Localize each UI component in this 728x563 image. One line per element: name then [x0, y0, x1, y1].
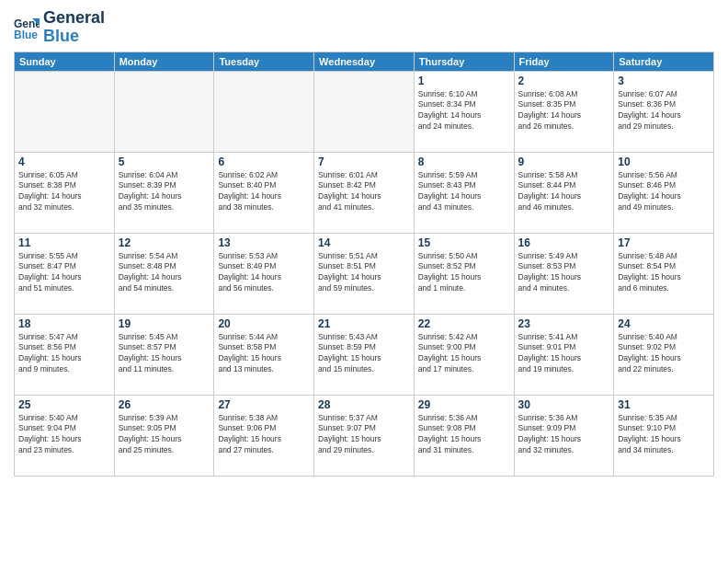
day-cell-24: 24Sunrise: 5:40 AM Sunset: 9:02 PM Dayli…	[614, 314, 714, 395]
logo-text-general: General	[43, 9, 105, 28]
day-info: Sunrise: 5:47 AM Sunset: 8:56 PM Dayligh…	[18, 332, 110, 376]
weekday-header-wednesday: Wednesday	[314, 52, 415, 71]
day-cell-21: 21Sunrise: 5:43 AM Sunset: 8:59 PM Dayli…	[314, 314, 415, 395]
day-info: Sunrise: 5:59 AM Sunset: 8:43 PM Dayligh…	[418, 170, 510, 214]
day-number: 10	[618, 155, 710, 168]
day-number: 30	[518, 398, 610, 411]
day-number: 6	[218, 155, 310, 168]
day-number: 4	[18, 155, 110, 168]
day-cell-1: 1Sunrise: 6:10 AM Sunset: 8:34 PM Daylig…	[414, 71, 514, 152]
day-info: Sunrise: 5:45 AM Sunset: 8:57 PM Dayligh…	[119, 332, 210, 376]
weekday-header-row: SundayMondayTuesdayWednesdayThursdayFrid…	[15, 52, 714, 71]
day-number: 19	[119, 317, 210, 330]
day-cell-15: 15Sunrise: 5:50 AM Sunset: 8:52 PM Dayli…	[414, 233, 514, 314]
day-info: Sunrise: 6:07 AM Sunset: 8:36 PM Dayligh…	[618, 89, 710, 133]
day-number: 2	[518, 75, 610, 87]
day-info: Sunrise: 5:53 AM Sunset: 8:49 PM Dayligh…	[218, 251, 310, 295]
day-cell-31: 31Sunrise: 5:35 AM Sunset: 9:10 PM Dayli…	[614, 395, 714, 476]
day-number: 15	[418, 236, 510, 249]
empty-cell	[114, 71, 214, 152]
week-row-4: 18Sunrise: 5:47 AM Sunset: 8:56 PM Dayli…	[15, 314, 714, 395]
logo: General Blue General Blue	[14, 9, 105, 46]
day-info: Sunrise: 5:40 AM Sunset: 9:02 PM Dayligh…	[618, 332, 710, 376]
week-row-5: 25Sunrise: 5:40 AM Sunset: 9:04 PM Dayli…	[15, 395, 714, 476]
day-info: Sunrise: 5:55 AM Sunset: 8:47 PM Dayligh…	[18, 251, 110, 295]
day-number: 14	[318, 236, 410, 249]
weekday-header-monday: Monday	[114, 52, 214, 71]
day-info: Sunrise: 5:44 AM Sunset: 8:58 PM Dayligh…	[218, 332, 310, 376]
day-number: 13	[218, 236, 310, 249]
day-info: Sunrise: 6:01 AM Sunset: 8:42 PM Dayligh…	[318, 170, 410, 214]
day-info: Sunrise: 5:49 AM Sunset: 8:53 PM Dayligh…	[518, 251, 610, 295]
day-cell-11: 11Sunrise: 5:55 AM Sunset: 8:47 PM Dayli…	[15, 233, 115, 314]
day-info: Sunrise: 6:05 AM Sunset: 8:38 PM Dayligh…	[18, 170, 110, 214]
day-info: Sunrise: 5:42 AM Sunset: 9:00 PM Dayligh…	[418, 332, 510, 376]
header: General Blue General Blue	[14, 9, 714, 46]
day-cell-28: 28Sunrise: 5:37 AM Sunset: 9:07 PM Dayli…	[314, 395, 415, 476]
day-number: 3	[618, 75, 710, 87]
day-number: 31	[618, 398, 710, 411]
day-number: 1	[418, 75, 510, 87]
day-cell-22: 22Sunrise: 5:42 AM Sunset: 9:00 PM Dayli…	[414, 314, 514, 395]
day-number: 26	[119, 398, 210, 411]
day-number: 22	[418, 317, 510, 330]
day-cell-30: 30Sunrise: 5:36 AM Sunset: 9:09 PM Dayli…	[514, 395, 614, 476]
day-cell-4: 4Sunrise: 6:05 AM Sunset: 8:38 PM Daylig…	[15, 152, 115, 233]
day-cell-7: 7Sunrise: 6:01 AM Sunset: 8:42 PM Daylig…	[314, 152, 415, 233]
day-info: Sunrise: 6:08 AM Sunset: 8:35 PM Dayligh…	[518, 89, 610, 133]
day-number: 12	[119, 236, 210, 249]
day-info: Sunrise: 5:37 AM Sunset: 9:07 PM Dayligh…	[318, 413, 410, 457]
day-info: Sunrise: 5:54 AM Sunset: 8:48 PM Dayligh…	[119, 251, 210, 295]
day-info: Sunrise: 5:41 AM Sunset: 9:01 PM Dayligh…	[518, 332, 610, 376]
day-cell-20: 20Sunrise: 5:44 AM Sunset: 8:58 PM Dayli…	[214, 314, 314, 395]
day-info: Sunrise: 5:58 AM Sunset: 8:44 PM Dayligh…	[518, 170, 610, 214]
logo-text-blue: Blue	[43, 28, 105, 46]
day-cell-17: 17Sunrise: 5:48 AM Sunset: 8:54 PM Dayli…	[614, 233, 714, 314]
empty-cell	[314, 71, 415, 152]
day-cell-5: 5Sunrise: 6:04 AM Sunset: 8:39 PM Daylig…	[114, 152, 214, 233]
day-info: Sunrise: 6:04 AM Sunset: 8:39 PM Dayligh…	[119, 170, 210, 214]
day-number: 24	[618, 317, 710, 330]
empty-cell	[214, 71, 314, 152]
week-row-2: 4Sunrise: 6:05 AM Sunset: 8:38 PM Daylig…	[15, 152, 714, 233]
logo-icon: General Blue	[14, 15, 40, 40]
day-number: 9	[518, 155, 610, 168]
day-cell-26: 26Sunrise: 5:39 AM Sunset: 9:05 PM Dayli…	[114, 395, 214, 476]
weekday-header-saturday: Saturday	[614, 52, 714, 71]
day-cell-23: 23Sunrise: 5:41 AM Sunset: 9:01 PM Dayli…	[514, 314, 614, 395]
day-info: Sunrise: 5:40 AM Sunset: 9:04 PM Dayligh…	[18, 413, 110, 457]
day-info: Sunrise: 5:43 AM Sunset: 8:59 PM Dayligh…	[318, 332, 410, 376]
day-info: Sunrise: 5:36 AM Sunset: 9:09 PM Dayligh…	[518, 413, 610, 457]
week-row-3: 11Sunrise: 5:55 AM Sunset: 8:47 PM Dayli…	[15, 233, 714, 314]
day-number: 21	[318, 317, 410, 330]
day-cell-29: 29Sunrise: 5:36 AM Sunset: 9:08 PM Dayli…	[414, 395, 514, 476]
svg-text:Blue: Blue	[14, 29, 38, 40]
day-info: Sunrise: 5:56 AM Sunset: 8:46 PM Dayligh…	[618, 170, 710, 214]
day-cell-13: 13Sunrise: 5:53 AM Sunset: 8:49 PM Dayli…	[214, 233, 314, 314]
day-info: Sunrise: 5:39 AM Sunset: 9:05 PM Dayligh…	[119, 413, 210, 457]
day-info: Sunrise: 5:50 AM Sunset: 8:52 PM Dayligh…	[418, 251, 510, 295]
day-cell-6: 6Sunrise: 6:02 AM Sunset: 8:40 PM Daylig…	[214, 152, 314, 233]
day-info: Sunrise: 5:36 AM Sunset: 9:08 PM Dayligh…	[418, 413, 510, 457]
day-cell-2: 2Sunrise: 6:08 AM Sunset: 8:35 PM Daylig…	[514, 71, 614, 152]
day-info: Sunrise: 6:02 AM Sunset: 8:40 PM Dayligh…	[218, 170, 310, 214]
day-cell-12: 12Sunrise: 5:54 AM Sunset: 8:48 PM Dayli…	[114, 233, 214, 314]
day-info: Sunrise: 6:10 AM Sunset: 8:34 PM Dayligh…	[418, 89, 510, 133]
day-number: 7	[318, 155, 410, 168]
weekday-header-tuesday: Tuesday	[214, 52, 314, 71]
calendar: SundayMondayTuesdayWednesdayThursdayFrid…	[14, 52, 714, 477]
day-info: Sunrise: 5:35 AM Sunset: 9:10 PM Dayligh…	[618, 413, 710, 457]
day-cell-16: 16Sunrise: 5:49 AM Sunset: 8:53 PM Dayli…	[514, 233, 614, 314]
day-number: 16	[518, 236, 610, 249]
weekday-header-friday: Friday	[514, 52, 614, 71]
day-number: 5	[119, 155, 210, 168]
day-number: 8	[418, 155, 510, 168]
day-number: 25	[18, 398, 110, 411]
day-cell-25: 25Sunrise: 5:40 AM Sunset: 9:04 PM Dayli…	[15, 395, 115, 476]
day-number: 11	[18, 236, 110, 249]
day-number: 27	[218, 398, 310, 411]
day-number: 29	[418, 398, 510, 411]
day-number: 20	[218, 317, 310, 330]
day-number: 28	[318, 398, 410, 411]
day-number: 23	[518, 317, 610, 330]
